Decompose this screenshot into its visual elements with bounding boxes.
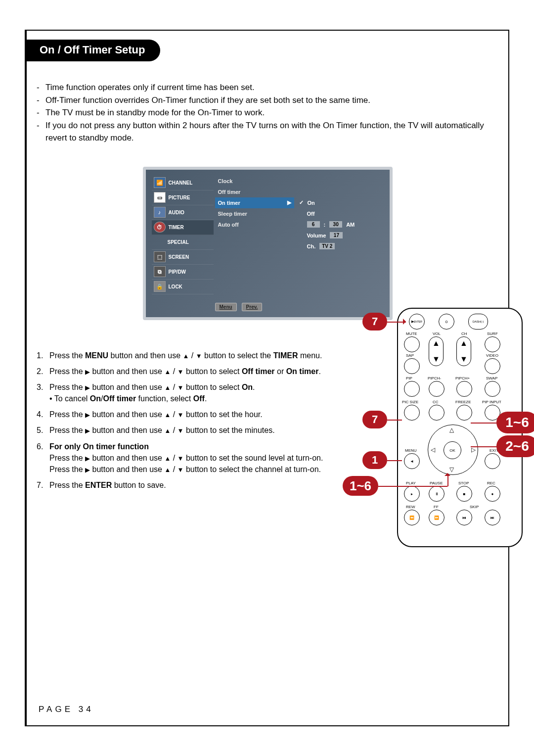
video-button[interactable] [485,358,500,374]
osd-side-screen: ⬚SCREEN [152,250,214,265]
ok-button[interactable]: OK [444,441,461,459]
callout-1: 1 [362,451,387,469]
osd-side-channel: 📶CHANNEL [152,176,214,190]
osd-side-lock: 🔒LOCK [152,280,214,294]
leader [387,420,402,421]
osd-opt-on: ✓On [299,197,386,208]
page-number: PAGE 34 [39,705,94,714]
osd-submenu: Clock Off timer On timer▶ Sleep timer Au… [215,176,294,230]
picture-icon: ▭ [154,192,166,203]
play-label: PLAY [406,481,416,485]
rew-button[interactable]: ⏪ [404,510,420,525]
intro-line: Time function operates only if current t… [45,81,255,94]
osd-side-pipdw: ⧉PIP/DW [152,265,214,280]
osd-screenshot: 📶CHANNEL ▭PICTURE ♪AUDIO ⏱TIMER SPECIAL … [143,167,393,320]
freeze-button[interactable] [456,405,472,421]
picsize-button[interactable] [404,405,420,421]
callout-7: 7 [362,313,387,331]
osd-options: ✓On Off 6:30AM Volume17 Ch.TV 2 [299,197,386,252]
pipinput-label: PIP INPUT [482,400,501,404]
pipchp-label: PIPCH+ [455,376,470,380]
pause-label: PAUSE [430,481,443,485]
dpad-left-icon[interactable]: ◁ [431,446,435,453]
osd-side-timer: ⏱TIMER [152,220,214,235]
osd-side-audio: ♪AUDIO [152,205,214,220]
osd-side-picture: ▭PICTURE [152,190,214,205]
intro-line: If you do not press any button within 2 … [45,119,498,144]
menu-button[interactable]: ◄ [404,453,420,469]
osd-opt-time: 6:30AM [299,219,386,230]
ch-rocker[interactable]: ▲▼ [456,336,471,366]
osd-side-special: SPECIAL [152,235,214,250]
osd-menu-button: Menu [215,303,237,311]
enter-button[interactable]: ▶ENTER [409,314,425,330]
arrow-head-icon [445,470,450,476]
vol-rocker[interactable]: ▲▼ [429,336,444,366]
skip-label: SKIP [470,505,479,509]
steps-list: 1.Press the MENU button and then use ▲ /… [37,350,373,491]
ch-label: CH [461,331,467,336]
rec-label: REC [487,481,495,485]
osd-opt-volume: Volume17 [299,230,386,241]
timer-icon: ⏱ [154,222,166,233]
menu-label: MENU [405,448,417,453]
page-frame: On / Off Timer Setup -Time function oper… [25,30,509,726]
channel-icon: 📶 [154,177,166,188]
leader [471,446,497,447]
screen-icon: ⬚ [154,251,166,262]
swap-label: SWAP [486,376,497,380]
mute-label: MUTE [406,331,417,336]
skipl-button[interactable]: ⏮ [456,510,472,525]
dpad-right-icon[interactable]: ▷ [471,446,476,453]
pip-button[interactable] [404,381,420,397]
osd-footer: Menu Prev. [215,303,263,311]
pipchm-label: PIPCH- [428,376,441,380]
intro-line: Off-Timer function overrides On-Timer fu… [45,94,370,107]
leader [378,486,447,487]
osd-item-clock: Clock [215,176,294,187]
ff-button[interactable]: ⏩ [429,510,445,525]
pause-button[interactable]: ⏸ [429,486,445,502]
osd-prev-button: Prev. [242,303,263,311]
pipchp-button[interactable] [456,381,472,397]
vol-label: VOL [433,331,441,336]
osd-item-sleeptimer: Sleep timer [215,208,294,219]
mute-button[interactable] [404,336,420,352]
intro-notes: -Time function operates only if current … [37,81,498,144]
dash-button[interactable]: DASH(-) [468,314,488,330]
osd-item-ontimer: On timer▶ [215,197,294,208]
audio-icon: ♪ [154,207,166,218]
sap-button[interactable] [404,358,420,374]
surf-button[interactable] [485,336,500,352]
stop-label: STOP [458,481,469,485]
video-label: VIDEO [486,353,498,358]
dpad-up-icon[interactable]: △ [449,426,454,433]
callout-1-6: 1~6 [343,476,378,496]
swap-button[interactable] [485,381,500,397]
pipchm-button[interactable] [429,381,445,397]
cc-label: CC [433,400,439,404]
rew-label: REW [406,505,415,509]
cc-button[interactable] [429,405,445,421]
play-button[interactable]: ▸ [404,486,420,502]
zero-button[interactable]: 0 [439,314,454,330]
callout-2-6: 2~6 [496,435,534,457]
freeze-label: FREEZE [455,400,471,404]
check-icon: ✓ [299,199,304,206]
rec-button[interactable]: ● [485,486,500,502]
osd-opt-channel: Ch.TV 2 [299,241,386,252]
skipr-button[interactable]: ⏭ [485,510,500,525]
callout-7: 7 [362,411,387,428]
osd-opt-off: Off [299,208,386,219]
ff-label: FF [434,505,439,509]
surf-label: SURF [487,331,498,336]
leader [387,460,402,461]
lock-icon: 🔒 [154,281,166,292]
stop-button[interactable]: ■ [456,486,472,502]
pip-icon: ⧉ [154,266,166,277]
leader [471,423,497,424]
exit-button[interactable] [485,453,500,469]
callout-1-6: 1~6 [496,412,534,433]
picsize-label: PIC SIZE [402,400,418,404]
osd-sidebar: 📶CHANNEL ▭PICTURE ♪AUDIO ⏱TIMER SPECIAL … [152,176,214,294]
